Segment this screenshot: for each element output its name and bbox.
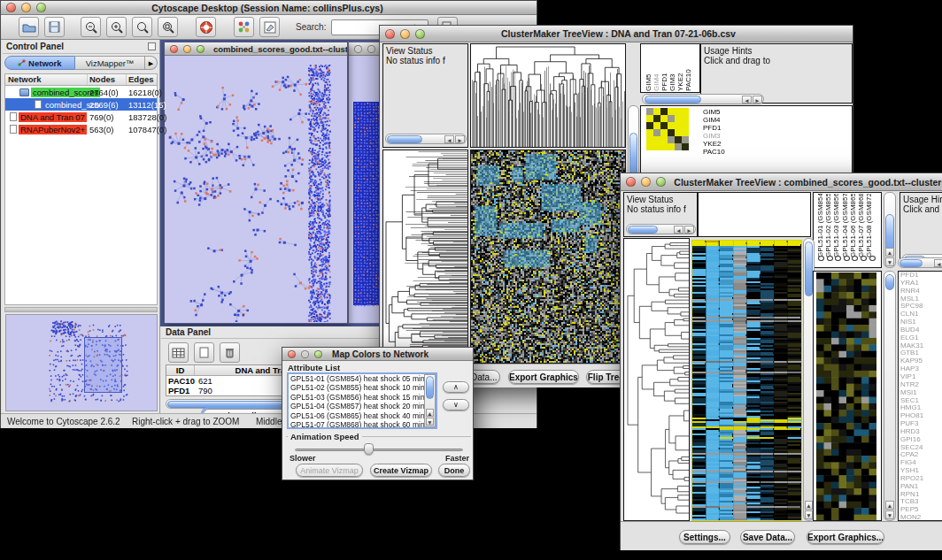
row-label[interactable]: PFD1 (703, 124, 725, 132)
cm1-zoom-heatmap[interactable] (646, 108, 689, 150)
cm2-zoom-vscrollbar[interactable]: ▲ ▼ (884, 271, 896, 521)
scroll-left-icon[interactable]: ◄ (444, 135, 454, 143)
cm2-column-flip-markers[interactable] (818, 249, 877, 265)
done-button[interactable]: Done (438, 464, 470, 477)
close-icon[interactable] (170, 45, 178, 53)
cm2-titlebar[interactable]: ClusterMaker TreeView : combined_scores_… (621, 173, 942, 191)
row-label[interactable]: GIM3 (703, 132, 725, 140)
cm2-column-labels-panel[interactable]: GPL51-01 (GSM854)GPL51-02 (GSM855)GPL51-… (813, 192, 882, 268)
scroll-right-icon[interactable]: ► (753, 96, 762, 104)
zoom-window-icon[interactable] (314, 350, 322, 358)
tab-network[interactable]: Network (4, 56, 75, 70)
col-header-nodes[interactable]: Nodes (88, 74, 127, 85)
float-panel-icon[interactable] (148, 42, 156, 50)
cm1-column-dendrogram[interactable] (470, 43, 626, 148)
column-label[interactable]: GIM5 (645, 45, 652, 91)
dialog-titlebar[interactable]: Map Colors to Network (282, 348, 473, 361)
attribute-listbox[interactable]: GPL51-01 (GSM854) heat shock 05 minGPL51… (287, 372, 437, 429)
column-label[interactable]: GIM3 (668, 45, 676, 91)
cm1-labels-hscrollbar[interactable]: ◄ ► (642, 94, 764, 104)
attribute-item[interactable]: GPL51-07 (GSM868) heat shock 60 min (289, 420, 436, 429)
scroll-left-icon[interactable]: ◄ (674, 226, 683, 234)
annotation-button[interactable] (259, 17, 280, 37)
network-table-row[interactable]: DNA and Tran 07 769(0) 183728(0) (5, 111, 157, 123)
network-overview-canvas[interactable] (6, 315, 157, 410)
network-tools-button[interactable] (234, 17, 254, 37)
minimize-icon[interactable] (21, 3, 31, 12)
gene-label[interactable]: MON2 (900, 514, 942, 521)
column-label[interactable]: YKE2 (676, 45, 684, 91)
move-down-button[interactable]: ∨ (443, 399, 469, 410)
list-vscrollbar[interactable]: ▲ ▼ (424, 374, 436, 427)
cm1-row-dendrogram[interactable] (382, 150, 468, 364)
save-data-button[interactable]: Save Data... (740, 530, 795, 544)
scroll-right-icon[interactable]: ► (455, 135, 465, 143)
cm1-titlebar[interactable]: ClusterMaker TreeView : DNA and Tran 07-… (380, 26, 853, 42)
close-icon[interactable] (6, 3, 16, 12)
scroll-up-icon[interactable]: ▲ (426, 409, 434, 417)
cm2-column-dendrogram[interactable] (698, 192, 811, 237)
cm1-status-hscrollbar[interactable]: ◄ ► (385, 134, 467, 144)
panel-splitter[interactable] (4, 307, 158, 312)
scroll-right-icon[interactable]: ► (684, 226, 694, 234)
column-label[interactable]: PFD1 (660, 45, 668, 91)
minimize-icon[interactable] (400, 29, 410, 39)
help-button[interactable] (196, 17, 216, 37)
zoom-out-button[interactable] (81, 17, 101, 37)
attribute-item[interactable]: GPL51-03 (GSM856) heat shock 15 min (289, 393, 436, 402)
tab-overflow-arrow[interactable]: ▶ (145, 56, 158, 70)
col-header-network[interactable]: Network (5, 74, 88, 85)
scroll-up-icon[interactable]: ▲ (805, 501, 813, 510)
row-label[interactable]: YKE2 (703, 140, 725, 148)
network-overview-panel[interactable] (5, 314, 158, 411)
export-graphics-button[interactable]: Export Graphics... (508, 370, 579, 384)
zoom-in-button[interactable] (106, 17, 127, 37)
row-label[interactable]: GIM4 (703, 116, 725, 124)
column-label[interactable]: PAC10 (684, 45, 692, 91)
new-attribute-button[interactable] (194, 342, 214, 363)
scroll-down-icon[interactable]: ▼ (885, 257, 894, 266)
scroll-up-icon[interactable]: ▲ (885, 501, 894, 510)
speed-slider-track[interactable] (295, 449, 463, 451)
attribute-item[interactable]: GPL51-02 (GSM855) heat shock 10 min (289, 383, 436, 392)
minimize-icon[interactable] (367, 45, 375, 53)
window-controls[interactable] (1, 3, 51, 12)
col-header-edges[interactable]: Edges (127, 74, 157, 85)
scroll-left-icon[interactable]: ◄ (742, 96, 752, 104)
scroll-down-icon[interactable]: ▼ (426, 418, 434, 426)
zoom-window-icon[interactable] (656, 177, 666, 187)
network-table-row[interactable]: combined_sco 2569(6) 13112(15) (5, 98, 157, 111)
save-session-button[interactable] (44, 17, 65, 37)
row-label[interactable]: GIM5 (703, 108, 725, 116)
cm1-heatmap[interactable] (470, 150, 626, 364)
open-session-button[interactable] (19, 17, 39, 37)
scroll-left-icon[interactable]: ◄ (934, 259, 942, 267)
move-up-button[interactable]: ∧ (443, 381, 469, 393)
create-vizmap-button[interactable]: Create Vizmap (370, 464, 432, 477)
attribute-select-button[interactable] (168, 342, 189, 363)
zoom-window-icon[interactable] (36, 3, 46, 12)
network-table-row[interactable]: RNAPuberNov2+ 563(0) 107847(0) (5, 123, 157, 135)
cm2-labels-vscrollbar[interactable]: ▲ ▼ (884, 192, 896, 268)
cm1-column-labels-panel[interactable]: GIM5GIM4PFD1GIM3YKE2PAC10 (640, 43, 700, 93)
zoom-fit-button[interactable] (158, 17, 178, 37)
export-graphics-button[interactable]: Export Graphics... (807, 530, 884, 544)
cm2-zoom-panel[interactable] (813, 271, 882, 521)
delete-attribute-button[interactable] (220, 342, 240, 363)
close-icon[interactable] (354, 45, 362, 53)
settings-button[interactable]: Settings... (679, 530, 730, 544)
cm2-row-dendrogram[interactable] (623, 238, 690, 521)
minimize-icon[interactable] (641, 177, 651, 187)
animate-vizmap-button[interactable]: Animate Vizmap (296, 464, 363, 477)
col-header-id[interactable]: ID (166, 365, 195, 375)
attribute-item[interactable]: GPL51-04 (GSM857) heat shock 20 min (289, 402, 436, 410)
column-label[interactable]: GIM4 (652, 45, 660, 91)
close-icon[interactable] (626, 177, 636, 187)
minimize-icon[interactable] (301, 350, 309, 358)
close-icon[interactable] (385, 29, 395, 39)
cm2-status-hscrollbar[interactable]: ◄ ► (626, 224, 696, 234)
scroll-down-icon[interactable]: ▼ (805, 510, 813, 519)
network-table-row[interactable]: combined_scores 2764(0) 16218(0) (5, 86, 157, 98)
attribute-item[interactable]: GPL51-06 (GSM865) heat shock 40 min (289, 411, 436, 420)
minimize-icon[interactable] (183, 45, 191, 53)
